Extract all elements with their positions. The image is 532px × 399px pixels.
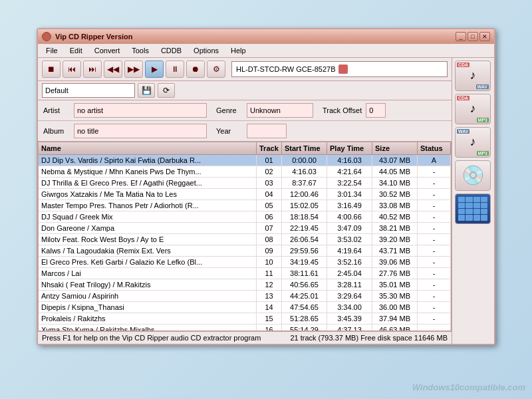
next-button[interactable]: ⏭ bbox=[83, 61, 102, 78]
table-row[interactable]: Milotv Feat. Rock West Boys / Ay to E082… bbox=[39, 234, 451, 245]
minimize-button[interactable]: _ bbox=[456, 32, 466, 41]
genre-input[interactable] bbox=[247, 103, 313, 118]
toolbar: ⏹ ⏮ ⏭ ◀◀ ▶▶ ▶ ⏸ ⏺ ⚙ HL-DT-STCD-RW GCE-85… bbox=[38, 58, 452, 81]
cda-tag: CDA bbox=[457, 63, 469, 67]
cda-tag2: CDA bbox=[457, 96, 469, 100]
table-cell: 39.06 MB bbox=[372, 257, 418, 267]
table-cell: - bbox=[418, 245, 451, 256]
preset-input[interactable] bbox=[42, 83, 135, 98]
content-area: ⏹ ⏮ ⏭ ◀◀ ▶▶ ▶ ⏸ ⏺ ⚙ HL-DT-STCD-RW GCE-85… bbox=[38, 58, 494, 344]
rewind-button[interactable]: ◀◀ bbox=[104, 61, 122, 78]
table-row[interactable]: DJ Dip Vs. Vardis / Spirto Kai Fwtia (Da… bbox=[39, 155, 451, 166]
album-input[interactable] bbox=[74, 124, 207, 138]
table-row[interactable]: Master Tempo Pres. Thanos Petr / Adiorho… bbox=[39, 200, 451, 211]
table-cell: 08 bbox=[257, 234, 282, 245]
cd-icon: 💿 bbox=[462, 164, 485, 186]
col-start: Start Time bbox=[282, 142, 327, 154]
side-panel: CDA ♪ WAV CDA ♪ MP3 WAV ♪ MP3 bbox=[452, 58, 494, 344]
table-row[interactable]: Kalws / Ta Lagoudakia (Remix Ext. Vers09… bbox=[39, 245, 451, 257]
track-list-header: Name Track Start Time Play Time Size Sta… bbox=[39, 142, 451, 155]
settings-button[interactable]: ⚙ bbox=[207, 61, 225, 78]
table-cell: 4:19.64 bbox=[327, 245, 372, 256]
close-button[interactable]: ✕ bbox=[479, 32, 490, 41]
table-row[interactable]: DJ Thrilla & El Greco Pres. Ef / Agathi … bbox=[39, 178, 451, 189]
wav-mp3-button[interactable]: WAV ♪ MP3 bbox=[455, 127, 491, 158]
table-row[interactable]: El Greco Pres. Keti Garbi / Galazio Ke L… bbox=[39, 257, 451, 268]
table-row[interactable]: Prokaleis / Rakitzhs1551:28.653:45.3937.… bbox=[39, 313, 451, 325]
table-row[interactable]: Dipepis / Ksipna_Thanasi1447:54.653:34.0… bbox=[39, 302, 451, 313]
cda-wav-button[interactable]: CDA ♪ WAV bbox=[455, 61, 491, 91]
table-cell: 3:53.02 bbox=[327, 234, 372, 245]
music-note-1: ♪ bbox=[470, 68, 476, 82]
table-row[interactable]: Giwrgos Xatzakis / Me Ta Matia Na to Les… bbox=[39, 189, 451, 200]
menu-file[interactable]: File bbox=[41, 45, 63, 56]
table-row[interactable]: Don Gareone / Xampa0722:19.453:47.0938.2… bbox=[39, 223, 451, 234]
table-cell: 3:16.49 bbox=[327, 200, 372, 211]
table-cell: 55:14.29 bbox=[282, 325, 327, 331]
drive-indicator bbox=[338, 65, 348, 74]
maximize-button[interactable]: □ bbox=[467, 32, 478, 41]
table-cell: 37.94 MB bbox=[372, 313, 418, 324]
table-cell: A bbox=[418, 155, 451, 166]
table-cell: DJ Dip Vs. Vardis / Spirto Kai Fwtia (Da… bbox=[39, 155, 257, 166]
table-cell: Xyma Sto Kyma / Rakitzhs Mixalhs bbox=[39, 325, 257, 331]
table-cell: 44:25.01 bbox=[282, 291, 327, 301]
table-row[interactable]: Marcos / Lai1138:11.612:45.0427.76 MB- bbox=[39, 268, 451, 279]
menu-convert[interactable]: Convert bbox=[89, 45, 126, 56]
table-row[interactable]: Antzy Samiou / Aspirinh1344:25.013:29.64… bbox=[39, 291, 451, 302]
record-button[interactable]: ⏺ bbox=[186, 61, 205, 78]
table-cell: - bbox=[418, 223, 451, 233]
cd-button[interactable]: 💿 bbox=[455, 160, 491, 191]
table-row[interactable]: Xyma Sto Kyma / Rakitzhs Mixalhs1655:14.… bbox=[39, 325, 451, 331]
forward-button[interactable]: ▶▶ bbox=[124, 61, 143, 78]
table-cell: 40:56.65 bbox=[282, 279, 327, 290]
pause-button[interactable]: ⏸ bbox=[166, 61, 184, 78]
col-size: Size bbox=[372, 142, 418, 154]
table-cell: - bbox=[418, 211, 451, 222]
table-cell: 47:54.65 bbox=[282, 302, 327, 313]
table-cell: Prokaleis / Rakitzhs bbox=[39, 313, 257, 324]
table-cell: - bbox=[418, 189, 451, 200]
table-cell: 01 bbox=[257, 155, 282, 166]
menu-options[interactable]: Options bbox=[188, 45, 224, 56]
table-cell: 2:45.04 bbox=[327, 268, 372, 279]
stop-button[interactable]: ⏹ bbox=[42, 61, 61, 78]
album-label: Album bbox=[43, 127, 70, 135]
wav-tag2: WAV bbox=[457, 129, 469, 134]
table-cell: 3:29.64 bbox=[327, 291, 372, 301]
menu-edit[interactable]: Edit bbox=[65, 45, 88, 56]
table-row[interactable]: Nhsaki ( Feat Trilogy) / M.Rakitzis1240:… bbox=[39, 279, 451, 291]
grid-button[interactable] bbox=[455, 194, 491, 224]
table-row[interactable]: DJ Squad / Greek Mix0618:18.544:00.6640.… bbox=[39, 211, 451, 223]
table-cell: 8:37.67 bbox=[282, 178, 327, 188]
table-cell: 3:47.09 bbox=[327, 223, 372, 233]
offset-input[interactable] bbox=[366, 103, 386, 118]
preset-save-button[interactable]: 💾 bbox=[138, 83, 155, 98]
table-cell: 43.71 MB bbox=[372, 245, 418, 256]
menu-tools[interactable]: Tools bbox=[126, 45, 154, 56]
table-cell: - bbox=[418, 178, 451, 188]
table-cell: 3:01.34 bbox=[327, 189, 372, 200]
prev-button[interactable]: ⏮ bbox=[63, 61, 81, 78]
grid-cell-9 bbox=[458, 209, 465, 214]
artist-input[interactable] bbox=[74, 103, 207, 118]
play-button[interactable]: ▶ bbox=[145, 61, 164, 78]
col-name: Name bbox=[39, 142, 257, 154]
table-cell: 29:59.56 bbox=[282, 245, 327, 256]
table-cell: 44.05 MB bbox=[372, 166, 418, 177]
table-row[interactable]: Nebma & Mystique / Mhn Kaneis Pws De Thy… bbox=[39, 166, 451, 178]
menu-help[interactable]: Help bbox=[225, 45, 251, 56]
table-cell: 09 bbox=[257, 245, 282, 256]
year-input[interactable] bbox=[247, 124, 287, 138]
table-cell: 3:28.11 bbox=[327, 279, 372, 290]
preset-reset-button[interactable]: ⟳ bbox=[158, 83, 175, 98]
table-cell: - bbox=[418, 325, 451, 331]
menu-cddb[interactable]: CDDB bbox=[156, 45, 187, 56]
table-cell: 35.30 MB bbox=[372, 291, 418, 301]
table-cell: 03 bbox=[257, 178, 282, 188]
table-cell: 40.52 MB bbox=[372, 211, 418, 222]
grid-cell-11 bbox=[473, 209, 480, 214]
cda-mp3-button[interactable]: CDA ♪ MP3 bbox=[455, 94, 491, 124]
table-cell: - bbox=[418, 313, 451, 324]
desktop: Vip CD Ripper Version _ □ ✕ File Edit Co… bbox=[0, 0, 532, 399]
